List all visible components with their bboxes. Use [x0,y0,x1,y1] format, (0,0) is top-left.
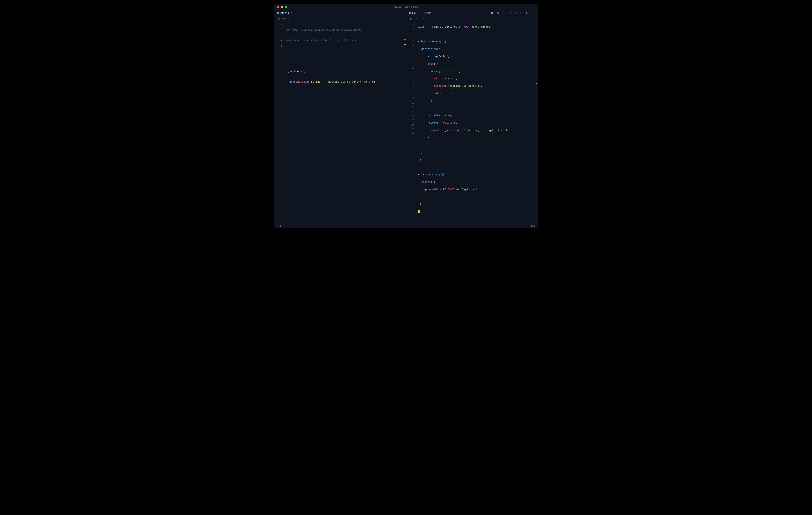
text-cursor [418,210,420,213]
breadcrumb-item: ... [425,17,427,20]
compare-changes-icon[interactable] [496,11,499,14]
statusbar: 0 0 3.8.3 [274,223,538,228]
more-actions-icon[interactable] [532,11,535,14]
traffic-lights [277,6,287,8]
svg-point-1 [402,12,402,13]
left-code[interactable]: ### This file was autogenerated by Graph… [285,21,406,223]
right-code[interactable]: import { schema, settings } from "nexus-… [416,21,538,223]
next-change-icon[interactable] [514,11,518,14]
right-breadcrumb[interactable]: api › app.ts › ... [406,17,538,21]
source-control-icon[interactable] [490,11,494,14]
chevron-right-icon: › [423,17,424,20]
status-warnings[interactable]: 0 [283,225,287,227]
svg-point-0 [401,12,401,13]
run-icon[interactable] [520,11,523,14]
svg-point-3 [497,12,497,12]
status-version[interactable]: 3.8.3 [531,225,535,227]
tab-label: app.ts [409,11,415,14]
tab-api-graphql[interactable]: api.graphql × [274,9,295,17]
tab-overflow-button[interactable] [399,11,406,14]
tab-user-ts[interactable]: user.ts [421,9,434,17]
chevron-right-icon: › [413,17,414,20]
tab-app-ts[interactable]: app.ts × [406,9,422,17]
status-errors[interactable]: 0 [277,225,281,227]
right-editor-pane: app.ts × user.ts [406,9,538,223]
tab-label: api.graphql [277,11,289,14]
right-tabs: app.ts × user.ts [406,9,538,17]
close-icon[interactable]: × [291,11,292,14]
editor-window: app.ts — sans-prisma api.graphql × api.g… [274,4,538,228]
right-minimap[interactable] [535,21,538,223]
svg-point-10 [533,12,533,13]
svg-point-12 [535,12,535,13]
breadcrumb-item: api [409,17,412,20]
ellipsis-icon [401,11,404,14]
svg-point-2 [403,12,403,13]
tab-label: user.ts [424,11,431,14]
svg-point-11 [534,12,534,13]
breadcrumb-item: app.ts [415,17,422,20]
right-editor[interactable]: 12345 678910 1112131415 1617181920 21222… [406,21,538,223]
left-tabs: api.graphql × [274,9,406,17]
zoom-window-button[interactable] [285,6,287,8]
warning-icon [283,225,285,227]
left-minimap[interactable] [403,21,406,223]
left-gutter: 1234 5678 [274,21,285,223]
previous-change-icon[interactable] [508,11,512,14]
split-body: api.graphql × api.graphql 1234 5678 ### … [274,9,538,223]
left-editor[interactable]: 1234 5678 ### This file was autogenerate… [274,21,406,223]
error-icon [277,225,279,227]
window-title: app.ts — sans-prisma [395,5,418,8]
titlebar: app.ts — sans-prisma [274,4,538,9]
left-breadcrumb[interactable]: api.graphql [274,17,406,21]
open-changes-icon[interactable] [502,11,505,14]
right-gutter: 12345 678910 1112131415 1617181920 21222… [406,21,416,223]
right-toolbar [490,11,538,14]
minimize-window-button[interactable] [281,6,283,8]
close-icon[interactable]: × [417,11,419,14]
left-editor-pane: api.graphql × api.graphql 1234 5678 ### … [274,9,406,223]
svg-point-4 [498,13,499,14]
split-editor-icon[interactable] [526,11,529,14]
close-window-button[interactable] [277,6,279,8]
breadcrumb-item: api.graphql [277,17,289,20]
